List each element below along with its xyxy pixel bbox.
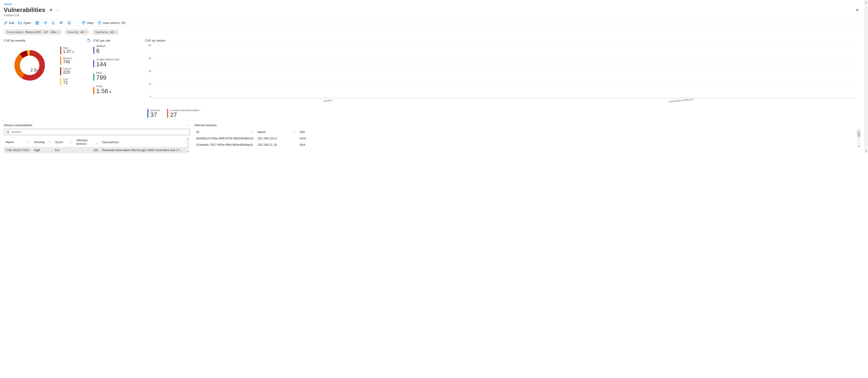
legend-value: 1.47 K	[63, 49, 74, 54]
panel-cve-per-site: CVE per site default 6 ot-gtm-demo-site …	[93, 39, 145, 118]
share-button[interactable]	[51, 21, 55, 25]
col-score[interactable]: Score↑↓	[53, 137, 74, 147]
legend-value: 746	[63, 60, 72, 64]
cell-id: 00e082c0-638a-480f-9754-56b035d6ec24	[194, 135, 255, 141]
filter-sitename[interactable]: SiteName: All ▾	[92, 29, 119, 35]
legend-item[interactable]: Low 72	[60, 77, 74, 85]
affected-devices-section: Affected devices ID↑↓ Name↑↓ Site↑↓ 00e0…	[194, 124, 861, 153]
page-scrollbar[interactable]: ▴ ▾	[864, 0, 868, 153]
vendor-value: 27	[170, 112, 202, 118]
breadcrumb: Home ›	[0, 0, 864, 6]
site-color-bar	[93, 60, 94, 67]
table-scrollbar[interactable]: ▴ ▾	[857, 129, 861, 148]
more-icon[interactable]: ⋯	[186, 124, 190, 127]
cell-name: 192.168.110.2	[255, 135, 298, 141]
panel-title: CVE by severity	[4, 39, 88, 42]
col-description[interactable]: Descriptsion↑↓	[100, 137, 190, 147]
site-color-bar	[93, 47, 94, 54]
y-axis: 403020100	[145, 44, 151, 98]
chevron-down-icon: ▾	[85, 31, 86, 33]
filter-subscription[interactable]: Subscription: Rome ILDC - IoT - Dev ▾	[4, 29, 62, 35]
cell-name: CVE-2018-17924	[4, 147, 32, 153]
breadcrumb-home[interactable]: Home	[4, 2, 12, 6]
table-scrollbar[interactable]: ▴ ▾	[186, 137, 190, 153]
panel-cve-by-vendor: CVE by vendor 403020100 siemens…mation/a…	[145, 39, 861, 118]
col-site[interactable]: Site↑↓	[298, 129, 861, 135]
pencil-icon	[4, 21, 7, 25]
close-icon[interactable]: ✕	[854, 7, 861, 13]
filter-sitename-value: All	[110, 30, 113, 34]
site-value: 6	[96, 48, 105, 54]
col-affected[interactable]: Affected devices↑↓	[74, 137, 100, 147]
vendor-legend: siemens 37 rockwell automation/allen… 27	[147, 109, 856, 118]
site-item[interactable]: default 6	[93, 44, 140, 54]
vendor-value: 37	[150, 112, 160, 118]
donut-center-value: 2.5K	[30, 68, 38, 73]
save-button[interactable]	[35, 21, 39, 25]
reset-icon[interactable]	[87, 39, 91, 43]
open-button[interactable]: Open	[18, 21, 31, 25]
save-icon	[35, 21, 39, 25]
x-axis-label: siemens	[314, 98, 342, 103]
section-title: Affected devices	[194, 124, 217, 127]
cell-affected: 102	[74, 147, 100, 153]
refresh-button[interactable]	[43, 21, 47, 25]
col-name[interactable]: Name↑↓	[4, 137, 32, 147]
clock-refresh-icon	[98, 21, 101, 25]
panel-title: CVE by vendor	[145, 39, 856, 42]
col-id[interactable]: ID↑↓	[194, 129, 255, 135]
search-input[interactable]	[11, 130, 187, 134]
table-row[interactable]: 01bdeafc-7817-455e-96f4-960e46e4aac8 192…	[194, 141, 861, 148]
more-icon[interactable]: ⋯	[54, 7, 61, 13]
vendor-color-bar	[167, 109, 168, 118]
legend-color-bar	[60, 46, 61, 55]
cell-score: 8.6	[53, 147, 74, 153]
site-item[interactable]: ot-gtm-demo-site 144	[93, 58, 140, 67]
legend-item[interactable]: High 1.47 K	[60, 46, 74, 55]
legend-value: 220	[63, 70, 71, 74]
donut-chart[interactable]: 2.5K	[13, 49, 56, 91]
legend-color-bar	[60, 77, 61, 85]
filter-severity-value: All	[80, 30, 84, 34]
help-button[interactable]: Help	[82, 21, 93, 25]
cell-name: 192.168.21.20	[255, 141, 298, 148]
table-row[interactable]: CVE-2018-17924 High 8.6 102 Rockwell Aut…	[4, 147, 190, 153]
site-item[interactable]: Muli 799	[93, 71, 140, 81]
legend-item[interactable]: Medium 746	[60, 57, 74, 65]
search-box[interactable]	[4, 129, 190, 135]
col-severity[interactable]: Severity↑↓	[32, 137, 53, 147]
pin-button[interactable]	[59, 21, 63, 25]
table-row[interactable]: 00e082c0-638a-480f-9754-56b035d6ec24 192…	[194, 135, 861, 141]
command-bar: Edit Open Help Auto refresh: Off	[0, 19, 864, 26]
edit-label: Edit	[9, 21, 14, 25]
panel-cve-by-severity: CVE by severity 2.5K	[4, 39, 93, 118]
site-list: default 6 ot-gtm-demo-site 144 Muli 799 …	[93, 44, 140, 94]
page-title: Vulnerabilities	[4, 6, 45, 14]
svg-point-8	[6, 131, 9, 133]
pin-icon[interactable]	[48, 7, 54, 13]
page-subtitle: Contoso Ltd.	[0, 14, 864, 19]
vendor-legend-item[interactable]: siemens 37	[147, 109, 160, 118]
site-value: 1.56 K	[96, 88, 112, 94]
legend-item[interactable]: Critical 220	[60, 67, 74, 75]
help-icon	[82, 21, 86, 25]
chevron-down-icon: ▾	[58, 31, 59, 33]
col-name[interactable]: Name↑↓	[255, 129, 298, 135]
section-title: Device vulnerabiltieis	[4, 124, 32, 127]
filter-severity[interactable]: Severity: All ▾	[65, 29, 89, 35]
edit-button[interactable]: Edit	[4, 21, 14, 25]
site-item[interactable]: Amit 1.56 K	[93, 84, 140, 94]
site-color-bar	[93, 87, 94, 94]
legend-color-bar	[60, 67, 61, 75]
vendor-legend-item[interactable]: rockwell automation/allen… 27	[167, 109, 202, 118]
device-vulnerabilities-section: Device vulnerabiltieis ⋯ Name↑↓ Severity…	[4, 124, 190, 153]
bar-chart[interactable]: 403020100 siemens…mation/allen-bradley (…	[145, 44, 856, 102]
svg-point-1	[68, 22, 70, 24]
feedback-button[interactable]	[67, 21, 71, 25]
auto-refresh-toggle[interactable]: Auto refresh: Off	[98, 21, 125, 25]
open-label: Open	[24, 21, 31, 25]
cell-id: 01bdeafc-7817-455e-96f4-960e46e4aac8	[194, 141, 255, 148]
folder-open-icon	[18, 21, 22, 25]
panel-title: CVE per site	[93, 39, 140, 42]
chevron-right-icon: ›	[13, 2, 14, 6]
